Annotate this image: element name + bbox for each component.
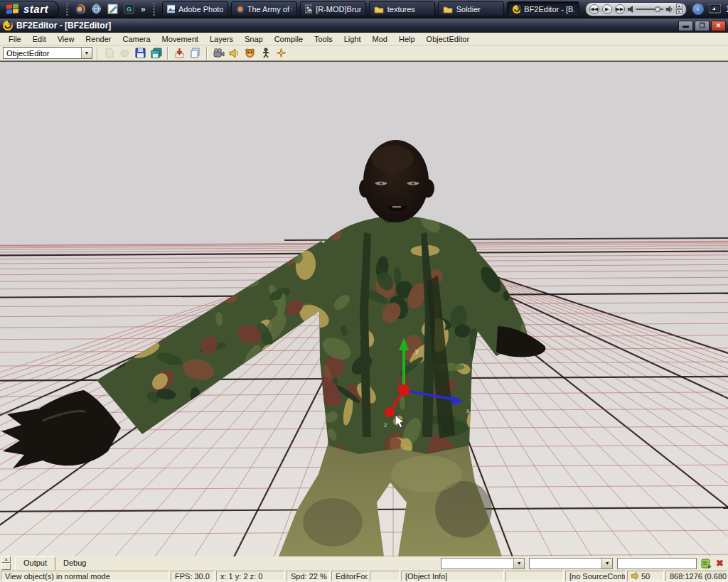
console-input[interactable] [617, 558, 697, 569]
task-label: BF2Editor - [B... [524, 5, 574, 14]
drawing-app-icon[interactable] [107, 3, 119, 15]
windows-flag-icon [6, 3, 20, 15]
toolbar-separator [206, 47, 208, 60]
bf2editor-icon [512, 4, 521, 14]
volume-slider[interactable] [636, 9, 663, 10]
dropdown-arrow-icon[interactable]: ▼ [81, 48, 92, 58]
status-bar: View object(s) in normal mode FPS: 30.0 … [0, 570, 728, 582]
menu-camera[interactable]: Camera [117, 33, 156, 45]
tab-output[interactable]: Output [15, 556, 55, 570]
duplicate-icon[interactable] [188, 46, 202, 60]
menu-compile[interactable]: Compile [269, 33, 309, 45]
menu-render[interactable]: Render [80, 33, 117, 45]
pupil-right [412, 182, 414, 184]
pupil-left [380, 182, 382, 184]
globe-icon[interactable] [90, 3, 102, 15]
pants-highlight [391, 456, 462, 492]
firefox-icon [236, 4, 244, 14]
menu-edit[interactable]: Edit [27, 33, 52, 45]
menu-layers[interactable]: Layers [204, 33, 239, 45]
menu-help[interactable]: Help [393, 33, 421, 45]
monkey-icon[interactable] [243, 46, 257, 60]
editor-mode-select[interactable]: ObjectEditor ▼ [3, 47, 92, 59]
gizmo-origin[interactable] [398, 384, 410, 396]
viewport-3d[interactable]: y x z [0, 61, 728, 556]
tab-debug[interactable]: Debug [55, 557, 94, 569]
menu-view[interactable]: View [52, 33, 80, 45]
photo-icon [305, 4, 312, 14]
task-button-adobe[interactable]: Adobe Photo... [162, 1, 228, 16]
start-button[interactable]: start [0, 1, 59, 18]
system-tray: ‹ 17:43 [687, 4, 728, 15]
filter-combobox-1[interactable]: ▼ [441, 558, 525, 569]
previous-track-button[interactable]: ◀◀ [589, 4, 599, 14]
main-toolbar: ObjectEditor ▼ [0, 45, 728, 61]
firefox-icon[interactable] [74, 3, 86, 15]
status-coords: x: 1 y: 2 z: 0 [216, 571, 285, 581]
menu-tools[interactable]: Tools [309, 33, 338, 45]
status-volume: 50 [627, 571, 664, 581]
forehead-highlight [371, 146, 414, 171]
status-object-info: [Object Info] [401, 571, 504, 581]
task-button-soldier[interactable]: Soldier [438, 1, 504, 16]
clear-output-icon[interactable]: ✖ [716, 558, 727, 568]
actor-icon[interactable] [259, 46, 272, 60]
image-app-icon [167, 4, 175, 14]
teeth [392, 206, 401, 208]
mute-speaker-icon[interactable] [628, 6, 633, 13]
gizmo-x-label: x [466, 407, 470, 414]
dropdown-arrow-icon[interactable]: ▼ [513, 559, 524, 568]
window-title: BF2Editor - [BF2Editor] [16, 21, 678, 31]
menu-snap[interactable]: Snap [239, 33, 269, 45]
close-button[interactable]: ✕ [711, 21, 726, 31]
minimize-button[interactable]: ▬ [678, 21, 693, 31]
status-source-control: [no SourceControl] [565, 571, 626, 581]
save-icon[interactable] [134, 46, 147, 60]
task-label: The Army of t... [247, 5, 292, 14]
pin-panel-button[interactable] [1, 564, 11, 570]
task-buttons: Adobe Photo... The Army of t... [R-MOD]B… [162, 1, 579, 16]
close-panel-button[interactable]: × [1, 556, 11, 563]
sound-icon[interactable] [228, 46, 241, 60]
collapse-tray-icon[interactable]: ‹ [692, 4, 704, 15]
volume-knob[interactable] [655, 6, 660, 12]
status-resolution: 868:1276 (0.680) [665, 571, 727, 581]
menu-mod[interactable]: Mod [367, 33, 393, 45]
menu-movement[interactable]: Movement [156, 33, 204, 45]
status-empty-1 [370, 571, 400, 581]
display-settings-icon[interactable] [709, 4, 721, 14]
taskbar: start G » Adobe Photo... The Army of t..… [0, 0, 728, 18]
start-label: start [23, 3, 48, 15]
gizmo-z-handle[interactable] [385, 407, 395, 417]
task-button-textures[interactable]: textures [369, 1, 435, 16]
effect-spark-icon[interactable] [274, 46, 288, 60]
task-button-rmod[interactable]: [R-MOD]Brum... [300, 1, 366, 16]
menu-objecteditor[interactable]: ObjectEditor [421, 33, 476, 45]
camera-icon[interactable] [212, 46, 225, 60]
restore-button[interactable]: ❐ [695, 21, 710, 31]
menu-light[interactable]: Light [338, 33, 367, 45]
loud-speaker-icon[interactable] [666, 6, 673, 13]
knee-shading-left [303, 498, 363, 546]
quick-launch: G » [59, 3, 162, 16]
task-button-bf2editor[interactable]: BF2Editor - [B... [507, 1, 579, 16]
output-panel-bar: × Output Debug ▼ ▼ ✖ [0, 556, 728, 570]
media-spinner[interactable]: ▲▼ [676, 4, 682, 14]
toolbar-separator [167, 47, 168, 60]
import-icon[interactable] [173, 46, 186, 60]
dropdown-arrow-icon[interactable]: ▼ [601, 559, 612, 568]
editor-mode-value: ObjectEditor [4, 49, 81, 58]
play-button[interactable]: ▶ [602, 4, 612, 14]
folder-icon [374, 5, 384, 14]
run-script-icon[interactable] [701, 558, 712, 568]
task-label: Adobe Photo... [178, 5, 223, 14]
menu-file[interactable]: File [3, 33, 27, 45]
chevron-more-icon[interactable]: » [139, 4, 147, 14]
g-app-icon[interactable]: G [123, 3, 135, 15]
media-player-toolbar: ◀◀ ▶ ▶▶ ▲▼ [585, 2, 687, 16]
window-titlebar[interactable]: BF2Editor - [BF2Editor] ▬ ❐ ✕ [0, 18, 728, 33]
filter-combobox-2[interactable]: ▼ [529, 558, 613, 569]
save-all-icon[interactable] [149, 46, 163, 60]
next-track-button[interactable]: ▶▶ [615, 4, 625, 14]
task-button-army[interactable]: The Army of t... [231, 1, 297, 16]
